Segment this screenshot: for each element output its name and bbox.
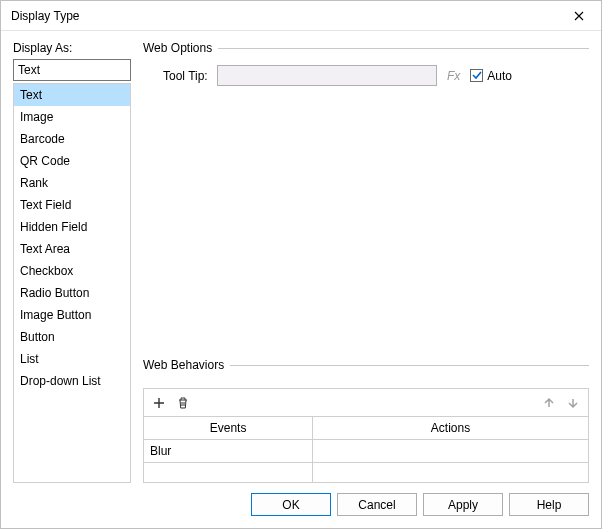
web-options-header: Web Options [143, 41, 589, 55]
cancel-button[interactable]: Cancel [337, 493, 417, 516]
dialog-body: Display As: TextImageBarcodeQR CodeRankT… [1, 31, 601, 483]
toolbar-right-group [538, 392, 584, 414]
arrow-down-icon [566, 396, 580, 410]
tooltip-row: Tool Tip: Fx Auto [143, 65, 589, 86]
list-item[interactable]: Image [14, 106, 130, 128]
tooltip-label: Tool Tip: [163, 69, 211, 83]
table-header-row: Events Actions [144, 417, 589, 440]
auto-checkbox[interactable]: Auto [470, 69, 512, 83]
right-panel: Web Options Tool Tip: Fx Auto Web Behavi… [143, 41, 589, 483]
add-button[interactable] [148, 392, 170, 414]
list-item[interactable]: Drop-down List [14, 370, 130, 392]
left-panel: Display As: TextImageBarcodeQR CodeRankT… [13, 41, 131, 483]
list-item[interactable]: Barcode [14, 128, 130, 150]
button-bar: OK Cancel Apply Help [1, 483, 601, 528]
ok-button[interactable]: OK [251, 493, 331, 516]
col-actions: Actions [313, 417, 589, 440]
help-button[interactable]: Help [509, 493, 589, 516]
fx-button[interactable]: Fx [443, 69, 464, 83]
plus-icon [152, 396, 166, 410]
list-item[interactable]: QR Code [14, 150, 130, 172]
display-as-input[interactable] [13, 59, 131, 81]
dialog-title: Display Type [11, 9, 79, 23]
display-type-dialog: Display Type Display As: TextImageBarcod… [0, 0, 602, 529]
table-row [144, 463, 589, 483]
trash-icon [176, 396, 190, 410]
close-button[interactable] [557, 1, 601, 30]
col-events: Events [144, 417, 313, 440]
close-icon [574, 11, 584, 21]
behaviors-grid[interactable]: Events Actions Blur [143, 416, 589, 483]
move-down-button[interactable] [562, 392, 584, 414]
apply-button[interactable]: Apply [423, 493, 503, 516]
web-behaviors-header: Web Behaviors [143, 358, 589, 372]
list-item[interactable]: List [14, 348, 130, 370]
web-options-title: Web Options [143, 41, 212, 55]
list-item[interactable]: Checkbox [14, 260, 130, 282]
behaviors-box: Events Actions Blur [143, 388, 589, 483]
list-item[interactable]: Text [14, 84, 130, 106]
spacer [143, 86, 589, 358]
list-item[interactable]: Button [14, 326, 130, 348]
list-item[interactable]: Text Field [14, 194, 130, 216]
auto-label: Auto [487, 69, 512, 83]
checkbox-box [470, 69, 483, 82]
web-behaviors-title: Web Behaviors [143, 358, 224, 372]
list-item[interactable]: Image Button [14, 304, 130, 326]
cell-action[interactable] [313, 440, 589, 463]
table-row[interactable]: Blur [144, 440, 589, 463]
behaviors-toolbar [143, 388, 589, 416]
check-icon [472, 71, 482, 80]
display-as-listbox[interactable]: TextImageBarcodeQR CodeRankText FieldHid… [13, 83, 131, 483]
toolbar-left-group [148, 392, 194, 414]
divider [218, 48, 589, 49]
move-up-button[interactable] [538, 392, 560, 414]
delete-button[interactable] [172, 392, 194, 414]
tooltip-input[interactable] [217, 65, 437, 86]
list-item[interactable]: Text Area [14, 238, 130, 260]
list-item[interactable]: Rank [14, 172, 130, 194]
cell-event [144, 463, 313, 483]
cell-event[interactable]: Blur [144, 440, 313, 463]
list-item[interactable]: Hidden Field [14, 216, 130, 238]
arrow-up-icon [542, 396, 556, 410]
list-item[interactable]: Radio Button [14, 282, 130, 304]
display-as-label: Display As: [13, 41, 131, 55]
titlebar: Display Type [1, 1, 601, 31]
divider [230, 365, 589, 366]
cell-action [313, 463, 589, 483]
